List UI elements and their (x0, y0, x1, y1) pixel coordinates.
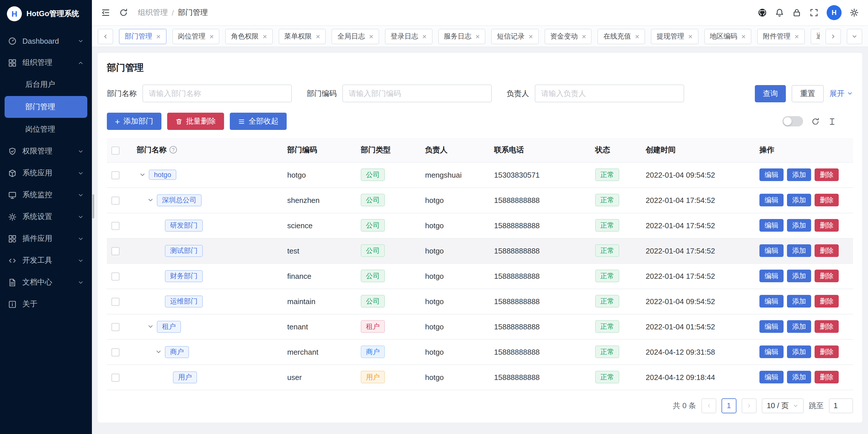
tab-close-icon[interactable]: × (422, 32, 427, 40)
sidebar-item-permissions[interactable]: 权限管理 (0, 140, 92, 162)
sidebar-item-docs[interactable]: 文档中心 (0, 271, 92, 293)
next-page-button[interactable] (741, 398, 756, 413)
sidebar-item-backend-users[interactable]: 后台用户 (0, 74, 92, 95)
sidebar-item-system-monitor[interactable]: 系统监控 (0, 184, 92, 206)
gear-icon[interactable] (844, 117, 853, 125)
tab-close-icon[interactable]: × (528, 32, 533, 40)
sidebar-item-dashboard[interactable]: Dashboard (0, 30, 92, 52)
add-button[interactable]: 添加 (787, 371, 811, 383)
add-button[interactable]: 添加 (787, 168, 811, 181)
delete-button[interactable]: 删除 (814, 269, 839, 282)
tab-close-icon[interactable]: × (156, 32, 161, 40)
delete-button[interactable]: 删除 (814, 168, 839, 181)
add-button[interactable]: 添加 (787, 219, 811, 232)
department-name-tag[interactable]: 研发部门 (165, 219, 203, 231)
edit-button[interactable]: 编辑 (760, 194, 783, 206)
row-checkbox[interactable] (112, 272, 120, 281)
tab-close-icon[interactable]: × (688, 32, 692, 40)
department-name-tag[interactable]: 运维部门 (165, 295, 203, 307)
edit-button[interactable]: 编辑 (760, 244, 783, 257)
add-button[interactable]: 添加 (787, 244, 811, 257)
department-name-tag[interactable]: 商户 (165, 346, 189, 358)
collapse-all-button[interactable]: 全部收起 (230, 113, 287, 130)
department-name-tag[interactable]: hotgo (149, 170, 176, 180)
breadcrumb-parent[interactable]: 组织管理 (138, 7, 168, 18)
settings-icon[interactable] (849, 8, 859, 17)
tab-短信记录[interactable]: 短信记录× (491, 28, 538, 44)
select-all-checkbox[interactable] (112, 146, 120, 154)
tab-close-icon[interactable]: × (316, 32, 320, 40)
department-name-tag[interactable]: 财务部门 (165, 270, 203, 282)
sidebar-item-system-settings[interactable]: 系统设置 (0, 206, 92, 228)
department-name-tag[interactable]: 用户 (173, 371, 197, 383)
tab-资金变动[interactable]: 资金变动× (545, 28, 592, 44)
row-checkbox[interactable] (112, 222, 120, 230)
add-button[interactable]: 添加 (787, 320, 811, 333)
edit-button[interactable]: 编辑 (760, 168, 783, 181)
row-checkbox[interactable] (112, 374, 120, 382)
sidebar-item-about[interactable]: 关于 (0, 293, 92, 315)
add-button[interactable]: 添加 (787, 269, 811, 282)
search-input-0[interactable] (143, 85, 292, 102)
prev-page-button[interactable] (701, 398, 716, 413)
tab-通知公告[interactable]: 通知公告× (810, 28, 820, 44)
app-logo[interactable]: H HotGo管理系统 (0, 0, 92, 28)
tab-岗位管理[interactable]: 岗位管理× (172, 28, 219, 44)
add-department-button[interactable]: + 添加部门 (107, 113, 161, 130)
sidebar-item-org[interactable]: 组织管理 (0, 52, 92, 74)
tab-在线充值[interactable]: 在线充值× (598, 28, 645, 44)
page-size-select[interactable]: 10 / 页 (762, 398, 804, 413)
table-striped-toggle[interactable] (782, 116, 803, 126)
tab-close-icon[interactable]: × (635, 32, 639, 40)
sidebar-item-departments[interactable]: 部门管理 (5, 96, 87, 118)
edit-button[interactable]: 编辑 (760, 371, 783, 383)
delete-button[interactable]: 删除 (814, 295, 839, 308)
tab-close-icon[interactable]: × (369, 32, 373, 40)
tab-附件管理[interactable]: 附件管理× (757, 28, 805, 44)
row-checkbox[interactable] (112, 247, 120, 255)
tree-expand-caret[interactable] (147, 323, 154, 330)
edit-button[interactable]: 编辑 (760, 269, 783, 282)
jump-page-input[interactable] (829, 398, 853, 413)
search-input-1[interactable] (342, 85, 492, 102)
row-checkbox[interactable] (112, 298, 120, 306)
tabs-scroll-right-button[interactable] (826, 28, 841, 44)
row-checkbox[interactable] (112, 323, 120, 331)
sidebar-scrollbar-thumb[interactable] (92, 194, 94, 219)
refresh-icon[interactable] (119, 8, 128, 17)
tab-close-icon[interactable]: × (795, 32, 799, 40)
delete-button[interactable]: 删除 (814, 194, 839, 206)
delete-button[interactable]: 删除 (814, 320, 839, 333)
sidebar-item-dev-tools[interactable]: 开发工具 (0, 250, 92, 271)
delete-button[interactable]: 删除 (814, 345, 839, 358)
row-height-icon[interactable] (828, 117, 836, 125)
add-button[interactable]: 添加 (787, 345, 811, 358)
tabs-menu-button[interactable] (847, 28, 862, 44)
tree-expand-caret[interactable] (139, 171, 146, 178)
user-avatar[interactable]: H (827, 5, 842, 20)
tab-登录日志[interactable]: 登录日志× (385, 28, 432, 44)
tab-提现管理[interactable]: 提现管理× (651, 28, 698, 44)
sidebar-item-positions[interactable]: 岗位管理 (0, 118, 92, 140)
lock-icon[interactable] (792, 8, 801, 17)
tab-close-icon[interactable]: × (582, 32, 586, 40)
tab-部门管理[interactable]: 部门管理× (119, 28, 166, 44)
tab-close-icon[interactable]: × (741, 32, 746, 40)
sidebar-item-system-apps[interactable]: 系统应用 (0, 162, 92, 184)
row-checkbox[interactable] (112, 197, 120, 205)
tree-expand-caret[interactable] (155, 348, 162, 355)
tab-服务日志[interactable]: 服务日志× (438, 28, 486, 44)
row-checkbox[interactable] (112, 348, 120, 356)
expand-button[interactable]: 展开 (830, 88, 853, 98)
help-icon[interactable]: ? (169, 146, 177, 154)
row-checkbox[interactable] (112, 171, 120, 179)
department-name-tag[interactable]: 测试部门 (165, 244, 203, 257)
add-button[interactable]: 添加 (787, 194, 811, 206)
page-1-button[interactable]: 1 (721, 398, 736, 413)
edit-button[interactable]: 编辑 (760, 345, 783, 358)
tabs-scroll-left-button[interactable] (98, 28, 113, 44)
tab-角色权限[interactable]: 角色权限× (225, 28, 273, 44)
tab-菜单权限[interactable]: 菜单权限× (279, 28, 326, 44)
tab-close-icon[interactable]: × (262, 32, 267, 40)
batch-delete-button[interactable]: 批量删除 (167, 113, 224, 130)
